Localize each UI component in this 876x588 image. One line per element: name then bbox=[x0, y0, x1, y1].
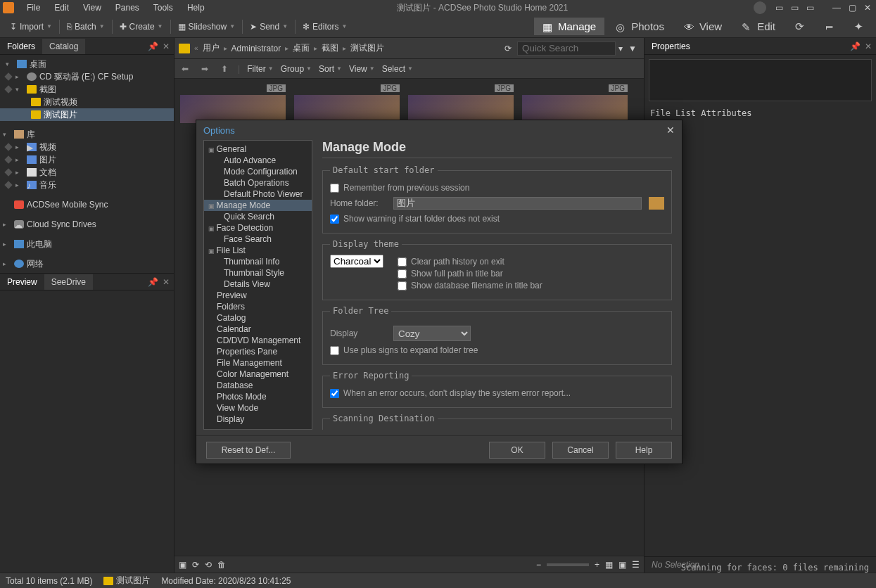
tab-actions[interactable]: ✦ bbox=[846, 18, 872, 36]
view-mode-icon[interactable]: ▣ bbox=[618, 560, 626, 570]
view-btn[interactable]: View▼ bbox=[349, 64, 375, 74]
quick-search-input[interactable] bbox=[517, 41, 616, 56]
pin-icon[interactable]: 📌 bbox=[850, 41, 861, 51]
tab-365[interactable]: ⟳ bbox=[787, 18, 813, 36]
menu-view[interactable]: View bbox=[76, 1, 108, 14]
menu-file[interactable]: File bbox=[20, 1, 47, 14]
panel-layout-icon[interactable]: ▭ bbox=[804, 2, 815, 13]
bc-item[interactable]: 桌面 bbox=[293, 42, 310, 54]
tree-lib-music[interactable]: ▸♪音乐 bbox=[0, 179, 174, 191]
chk-error-report[interactable] bbox=[330, 389, 339, 398]
help-button[interactable]: Help bbox=[616, 442, 672, 459]
group-btn[interactable]: Group▼ bbox=[281, 64, 312, 74]
options-tree-item[interactable]: Quick Search bbox=[204, 211, 312, 222]
user-avatar-icon[interactable] bbox=[754, 1, 766, 14]
nav-fwd-icon[interactable]: ➡ bbox=[198, 64, 211, 74]
import-button[interactable]: ↧ Import ▼ bbox=[4, 18, 58, 35]
nav-up-icon[interactable]: ⬆ bbox=[218, 64, 231, 74]
batch-button[interactable]: ⎘ Batch ▼ bbox=[61, 18, 110, 35]
bc-item[interactable]: 测试图片 bbox=[350, 42, 384, 54]
options-tree-item[interactable]: Details View bbox=[204, 279, 312, 290]
view-mode-icon[interactable]: ▦ bbox=[605, 560, 613, 570]
options-tree-item[interactable]: Calendar bbox=[204, 324, 312, 335]
select-btn[interactable]: Select▼ bbox=[382, 64, 413, 74]
filter-btn[interactable]: Filter▼ bbox=[247, 64, 274, 74]
view-mode-icon[interactable]: ☰ bbox=[632, 560, 640, 570]
chk-plus-signs[interactable] bbox=[330, 346, 339, 355]
tree-lib-pic[interactable]: ▸图片 bbox=[0, 153, 174, 166]
chk-remember[interactable] bbox=[330, 184, 339, 193]
menu-panes[interactable]: Panes bbox=[108, 1, 146, 14]
tab-manage[interactable]: ▦Manage bbox=[534, 18, 604, 35]
minimize-icon[interactable]: — bbox=[831, 2, 842, 13]
nav-back-icon[interactable]: ⬅ bbox=[179, 64, 191, 74]
editors-button[interactable]: ✻ Editors ▼ bbox=[297, 18, 353, 35]
tab-catalog[interactable]: Catalog bbox=[42, 39, 85, 54]
options-tree-item[interactable]: Auto Advance bbox=[204, 155, 312, 166]
zoom-in-icon[interactable]: + bbox=[595, 560, 599, 570]
tree-mobile[interactable]: ACDSee Mobile Sync bbox=[0, 198, 174, 211]
options-tree-item[interactable]: Folders bbox=[204, 301, 312, 312]
options-tree-item[interactable]: File List bbox=[204, 245, 312, 256]
zoom-out-icon[interactable]: − bbox=[536, 560, 541, 570]
dialog-close-icon[interactable]: ✕ bbox=[666, 124, 675, 136]
refresh-icon[interactable]: ⟳ bbox=[504, 44, 512, 53]
tree-cloud[interactable]: ▸☁Cloud Sync Drives bbox=[0, 218, 174, 231]
tool-icon[interactable]: 🗑 bbox=[217, 560, 226, 570]
options-tree-item[interactable]: Thumbnail Style bbox=[204, 267, 312, 279]
tree-desktop[interactable]: ▾桌面 bbox=[0, 58, 174, 70]
options-tree-item[interactable]: Display bbox=[204, 414, 312, 425]
tree-pc[interactable]: ▸此电脑 bbox=[0, 238, 174, 250]
tree-net[interactable]: ▸网络 bbox=[0, 257, 174, 270]
chk-clear-history[interactable] bbox=[398, 257, 407, 267]
tab-dashboard[interactable]: ⫭ bbox=[815, 18, 843, 35]
sort-btn[interactable]: Sort▼ bbox=[319, 64, 342, 74]
options-tree-item[interactable]: Database bbox=[204, 380, 312, 391]
cancel-button[interactable]: Cancel bbox=[552, 442, 609, 459]
close-icon[interactable]: ✕ bbox=[862, 2, 873, 13]
options-tree-item[interactable]: Face Detection bbox=[204, 222, 312, 234]
options-tree-item[interactable]: View Mode bbox=[204, 402, 312, 414]
chk-full-path[interactable] bbox=[398, 269, 407, 279]
tab-properties[interactable]: Properties bbox=[645, 39, 697, 54]
pin-icon[interactable]: 📌 bbox=[148, 41, 158, 51]
tree-tupian[interactable]: 测试图片 bbox=[0, 108, 174, 121]
bc-item[interactable]: 截图 bbox=[322, 42, 338, 54]
menu-edit[interactable]: Edit bbox=[47, 1, 76, 14]
bc-item[interactable]: 用户 bbox=[203, 42, 220, 54]
options-tree-item[interactable]: CD/DVD Management bbox=[204, 335, 312, 346]
ok-button[interactable]: OK bbox=[489, 442, 545, 459]
options-tree-item[interactable]: Manage Mode bbox=[204, 200, 312, 211]
tree-jietu[interactable]: ▾截图 bbox=[0, 83, 174, 96]
options-tree-item[interactable]: Photos Mode bbox=[204, 391, 312, 402]
options-tree-item[interactable]: Properties Pane bbox=[204, 346, 312, 357]
close-icon[interactable]: ✕ bbox=[163, 277, 170, 287]
tab-folders[interactable]: Folders bbox=[0, 39, 42, 54]
menu-help[interactable]: Help bbox=[180, 1, 212, 14]
tree-lib-video[interactable]: ▸▶视频 bbox=[0, 141, 174, 153]
options-tree-item[interactable]: Default Photo Viewer bbox=[204, 188, 312, 200]
tool-icon[interactable]: ⟳ bbox=[192, 560, 199, 570]
maximize-icon[interactable]: ▢ bbox=[846, 2, 858, 13]
pin-icon[interactable]: 📌 bbox=[148, 277, 158, 287]
theme-select[interactable]: Charcoal bbox=[330, 255, 383, 268]
search-dropdown-icon[interactable]: ▾ bbox=[616, 44, 626, 53]
filter-icon[interactable]: ▼ bbox=[626, 44, 640, 53]
options-tree-item[interactable]: Face Search bbox=[204, 234, 312, 245]
chk-warn[interactable] bbox=[330, 215, 339, 224]
tab-edit[interactable]: ✎Edit bbox=[733, 18, 784, 35]
options-tree-item[interactable]: Preview bbox=[204, 290, 312, 301]
reset-button[interactable]: Reset to Def... bbox=[206, 442, 291, 459]
home-folder-input[interactable] bbox=[393, 197, 642, 210]
close-icon[interactable]: ✕ bbox=[865, 41, 872, 51]
options-tree-item[interactable]: Color Management bbox=[204, 369, 312, 380]
tree-lib-doc[interactable]: ▸文档 bbox=[0, 166, 174, 179]
tree-video[interactable]: 测试视频 bbox=[0, 96, 174, 108]
browse-button[interactable] bbox=[649, 197, 664, 210]
chk-db-filename[interactable] bbox=[398, 281, 407, 290]
options-tree-item[interactable]: Batch Operations bbox=[204, 177, 312, 188]
close-icon[interactable]: ✕ bbox=[163, 41, 170, 51]
bc-item[interactable]: Administrator bbox=[231, 44, 281, 53]
tab-photos[interactable]: ◎Photos bbox=[607, 18, 673, 35]
options-tree-item[interactable]: File Management bbox=[204, 357, 312, 369]
